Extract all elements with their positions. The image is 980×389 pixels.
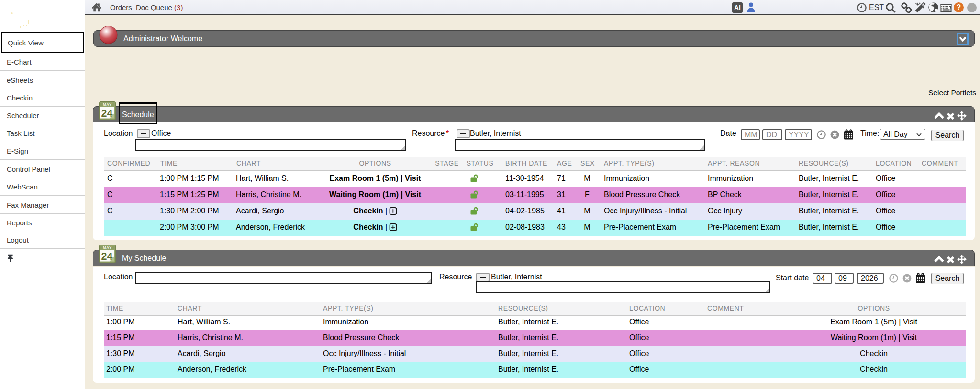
svg-text:MAY: MAY <box>103 245 112 250</box>
svg-text:24: 24 <box>101 251 113 262</box>
svg-text:24: 24 <box>101 108 113 119</box>
svg-text:MAY: MAY <box>103 102 112 107</box>
